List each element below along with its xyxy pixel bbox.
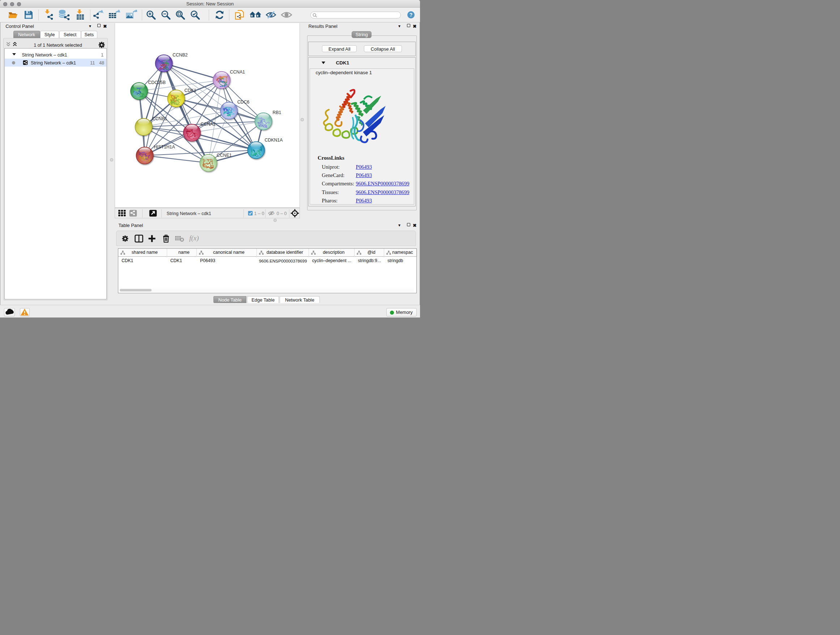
svg-text:RB1: RB1 — [272, 110, 281, 115]
svg-text:CCNE1: CCNE1 — [217, 153, 232, 158]
svg-text:CDKN1A: CDKN1A — [264, 138, 283, 143]
svg-text:?: ? — [409, 12, 413, 18]
svg-text:CCNA1: CCNA1 — [230, 70, 245, 74]
svg-text:HIST1H1A: HIST1H1A — [153, 144, 175, 149]
svg-text:CDC25B: CDC25B — [148, 80, 166, 85]
svg-text:CDK1: CDK1 — [184, 88, 196, 93]
svg-text:CCNA2: CCNA2 — [201, 121, 216, 126]
svg-text:CCNB1: CCNB1 — [152, 116, 167, 121]
svg-text:CCNB2: CCNB2 — [172, 52, 188, 57]
svg-text:CDC6: CDC6 — [237, 99, 249, 104]
